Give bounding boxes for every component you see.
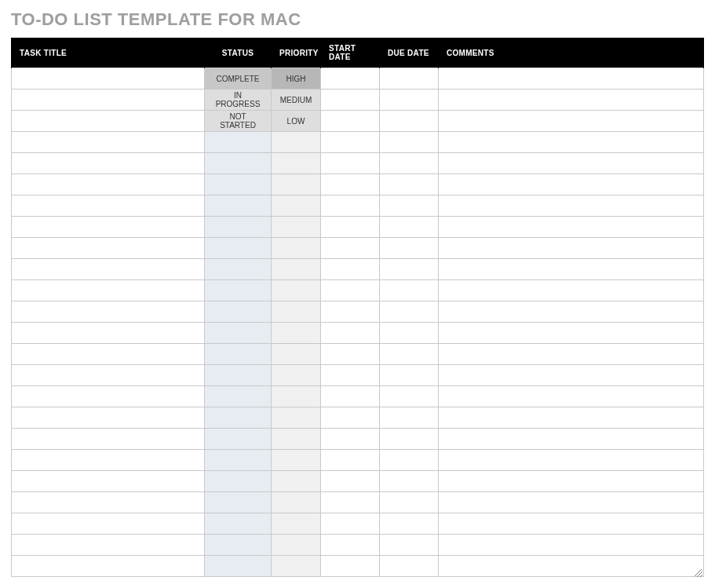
cell-status[interactable] xyxy=(205,153,272,174)
cell-status[interactable] xyxy=(205,344,272,365)
cell-task-title[interactable] xyxy=(12,195,205,217)
cell-task-title[interactable] xyxy=(12,535,205,556)
cell-task-title[interactable] xyxy=(12,301,205,323)
cell-due-date[interactable] xyxy=(380,280,439,301)
cell-priority[interactable] xyxy=(272,513,321,535)
cell-task-title[interactable] xyxy=(12,556,205,577)
cell-status[interactable]: IN PROGRESS xyxy=(205,89,272,111)
cell-start-date[interactable] xyxy=(321,280,380,301)
cell-start-date[interactable] xyxy=(321,365,380,386)
cell-due-date[interactable] xyxy=(380,132,439,153)
cell-due-date[interactable] xyxy=(380,450,439,471)
cell-status[interactable] xyxy=(205,407,272,429)
cell-task-title[interactable] xyxy=(12,344,205,365)
cell-priority[interactable] xyxy=(272,132,321,153)
cell-comments[interactable] xyxy=(439,153,704,174)
cell-start-date[interactable] xyxy=(321,132,380,153)
cell-status[interactable] xyxy=(205,132,272,153)
cell-task-title[interactable] xyxy=(12,492,205,513)
cell-due-date[interactable] xyxy=(380,195,439,217)
cell-comments[interactable] xyxy=(439,556,704,577)
cell-task-title[interactable] xyxy=(12,153,205,174)
cell-comments[interactable] xyxy=(439,471,704,492)
cell-task-title[interactable] xyxy=(12,365,205,386)
cell-priority[interactable] xyxy=(272,344,321,365)
cell-status[interactable] xyxy=(205,323,272,344)
cell-comments[interactable] xyxy=(439,535,704,556)
cell-comments[interactable] xyxy=(439,450,704,471)
cell-task-title[interactable] xyxy=(12,280,205,301)
cell-comments[interactable] xyxy=(439,238,704,259)
cell-start-date[interactable] xyxy=(321,238,380,259)
cell-comments[interactable] xyxy=(439,132,704,153)
cell-start-date[interactable] xyxy=(321,174,380,195)
cell-comments[interactable] xyxy=(439,513,704,535)
cell-start-date[interactable] xyxy=(321,153,380,174)
cell-priority[interactable] xyxy=(272,429,321,450)
cell-status[interactable] xyxy=(205,492,272,513)
cell-status[interactable] xyxy=(205,386,272,407)
cell-status[interactable] xyxy=(205,174,272,195)
cell-task-title[interactable] xyxy=(12,217,205,238)
cell-due-date[interactable] xyxy=(380,556,439,577)
resize-handle-icon[interactable] xyxy=(695,569,702,577)
cell-priority[interactable] xyxy=(272,238,321,259)
cell-comments[interactable] xyxy=(439,407,704,429)
cell-status[interactable] xyxy=(205,556,272,577)
cell-status[interactable] xyxy=(205,259,272,280)
cell-start-date[interactable] xyxy=(321,344,380,365)
cell-comments[interactable] xyxy=(439,217,704,238)
cell-task-title[interactable] xyxy=(12,450,205,471)
cell-start-date[interactable] xyxy=(321,259,380,280)
cell-due-date[interactable] xyxy=(380,429,439,450)
cell-due-date[interactable] xyxy=(380,153,439,174)
cell-start-date[interactable] xyxy=(321,513,380,535)
cell-task-title[interactable] xyxy=(12,111,205,132)
cell-priority[interactable] xyxy=(272,153,321,174)
cell-comments[interactable] xyxy=(439,174,704,195)
cell-task-title[interactable] xyxy=(12,238,205,259)
cell-due-date[interactable] xyxy=(380,174,439,195)
cell-status[interactable] xyxy=(205,535,272,556)
cell-priority[interactable] xyxy=(272,471,321,492)
cell-task-title[interactable] xyxy=(12,471,205,492)
cell-start-date[interactable] xyxy=(321,556,380,577)
cell-due-date[interactable] xyxy=(380,492,439,513)
cell-priority[interactable] xyxy=(272,386,321,407)
cell-comments[interactable] xyxy=(439,259,704,280)
cell-priority[interactable] xyxy=(272,556,321,577)
cell-task-title[interactable] xyxy=(12,513,205,535)
cell-due-date[interactable] xyxy=(380,344,439,365)
cell-status[interactable] xyxy=(205,301,272,323)
cell-start-date[interactable] xyxy=(321,450,380,471)
cell-task-title[interactable] xyxy=(12,174,205,195)
cell-due-date[interactable] xyxy=(380,365,439,386)
cell-priority[interactable] xyxy=(272,535,321,556)
cell-start-date[interactable] xyxy=(321,68,380,89)
cell-status[interactable]: NOT STARTED xyxy=(205,111,272,132)
cell-task-title[interactable] xyxy=(12,89,205,111)
cell-start-date[interactable] xyxy=(321,492,380,513)
cell-due-date[interactable] xyxy=(380,386,439,407)
cell-task-title[interactable] xyxy=(12,407,205,429)
cell-status[interactable] xyxy=(205,513,272,535)
cell-priority[interactable] xyxy=(272,323,321,344)
cell-task-title[interactable] xyxy=(12,386,205,407)
cell-status[interactable] xyxy=(205,429,272,450)
cell-due-date[interactable] xyxy=(380,111,439,132)
cell-comments[interactable] xyxy=(439,386,704,407)
cell-due-date[interactable] xyxy=(380,323,439,344)
cell-priority[interactable] xyxy=(272,280,321,301)
cell-comments[interactable] xyxy=(439,195,704,217)
cell-status[interactable] xyxy=(205,471,272,492)
cell-start-date[interactable] xyxy=(321,323,380,344)
cell-status[interactable] xyxy=(205,217,272,238)
cell-priority[interactable]: HIGH xyxy=(272,68,321,89)
cell-due-date[interactable] xyxy=(380,407,439,429)
cell-start-date[interactable] xyxy=(321,301,380,323)
cell-comments[interactable] xyxy=(439,111,704,132)
cell-start-date[interactable] xyxy=(321,111,380,132)
cell-priority[interactable] xyxy=(272,365,321,386)
cell-comments[interactable] xyxy=(439,89,704,111)
cell-start-date[interactable] xyxy=(321,535,380,556)
